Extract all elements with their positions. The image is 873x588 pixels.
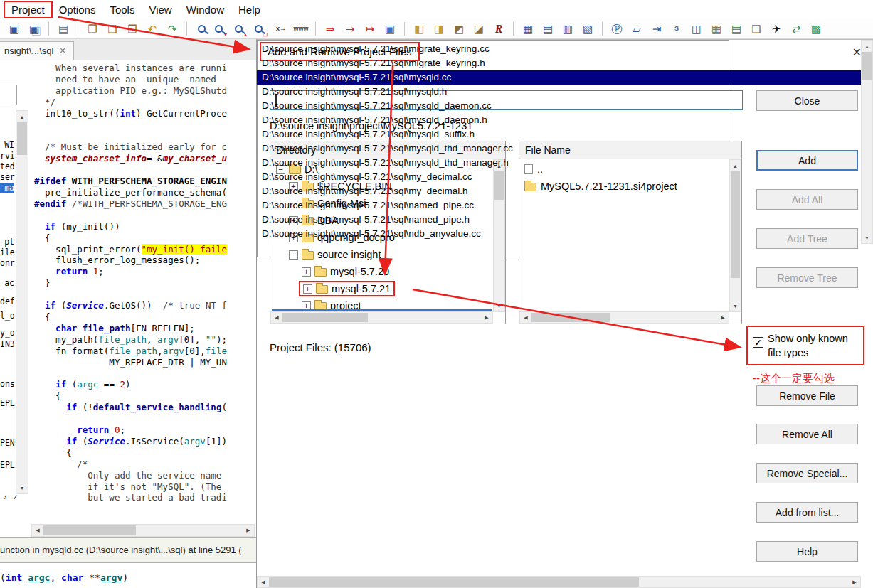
browse-files-icon[interactable]: ◧ bbox=[411, 21, 428, 37]
add-remove-project-files-dialog: Add and Remove Project Files ✕ File Name… bbox=[256, 39, 873, 588]
scroll-up-button[interactable]: ▲ bbox=[16, 111, 28, 122]
project-file-row[interactable]: D:\source insight\mysql-5.7.21\sql\mysql… bbox=[257, 156, 729, 170]
select-region-icon[interactable]: ▱ bbox=[628, 21, 645, 37]
scroll-thumb[interactable] bbox=[17, 122, 27, 155]
symbol-fragment: ons bbox=[0, 379, 14, 389]
project-file-row[interactable]: D:\source insight\mysql-5.7.21\sql\mysql… bbox=[257, 113, 729, 127]
macro-bird-icon[interactable]: ✈ bbox=[768, 21, 785, 37]
project-file-row[interactable]: D:\source insight\mysql-5.7.21\sql\mysql… bbox=[257, 70, 729, 85]
goto-line-icon[interactable]: ↦ bbox=[361, 21, 379, 37]
search-forward-icon[interactable]: ▼ bbox=[213, 21, 230, 37]
symbol-window-icon[interactable]: ◩ bbox=[450, 21, 467, 37]
jump-to-definition-icon[interactable]: ⇛ bbox=[342, 21, 359, 37]
copy-icon[interactable]: ❐ bbox=[84, 21, 101, 37]
scroll-down-button[interactable]: ▼ bbox=[16, 482, 28, 493]
symbol-fragment: ac bbox=[0, 278, 14, 288]
remove-all-button[interactable]: Remove All bbox=[756, 424, 858, 444]
project-file-row[interactable]: D:\source insight\mysql-5.7.21\sql\mysql… bbox=[257, 141, 729, 156]
scroll-track[interactable] bbox=[43, 525, 243, 536]
project-file-row[interactable]: D:\source insight\mysql-5.7.21\sql\ndb_a… bbox=[257, 227, 729, 241]
toolbar-separator bbox=[513, 22, 514, 36]
scroll-thumb[interactable] bbox=[43, 525, 136, 535]
code-editor[interactable]: When several instances are runni need to… bbox=[28, 60, 256, 524]
toolbar: ▣▣▤❐❑❒↶↷▼▲❏x→www⇒⇛↦▣◧◨◩◪R▦▤▥▧Ⓟ▱⇥S◫▦▤❑✈⇄▩ bbox=[0, 19, 873, 39]
symbol-fragment: EPL bbox=[0, 398, 14, 408]
project-file-row[interactable]: D:\source insight\mysql-5.7.21\sql\mysql… bbox=[257, 85, 729, 99]
save-icon[interactable]: ▣ bbox=[6, 21, 23, 37]
symbol-fragment: WI bbox=[0, 140, 14, 150]
symbol-pane-box bbox=[0, 85, 17, 105]
relation-window-icon[interactable]: R bbox=[490, 21, 507, 37]
undo-icon[interactable]: ↶ bbox=[144, 21, 161, 37]
tab-mysqld-sql[interactable]: nsight\...\sql ✕ bbox=[0, 41, 74, 60]
print-icon[interactable]: ▤ bbox=[55, 21, 72, 37]
symbol-fragment: ile bbox=[0, 247, 14, 257]
project-file-row[interactable]: D:\source insight\mysql-5.7.21\sql\my_de… bbox=[257, 184, 729, 198]
replace-icon[interactable]: x→ bbox=[273, 21, 290, 37]
project-file-row[interactable]: D:\source insight\mysql-5.7.21\sql\named… bbox=[257, 198, 729, 213]
symbol-fragment: PEN bbox=[0, 438, 14, 448]
search-backward-icon[interactable]: ▲ bbox=[233, 21, 250, 37]
toolbar-separator bbox=[186, 22, 187, 36]
calendar-icon[interactable]: ▦ bbox=[708, 21, 725, 37]
setup-grid-icon[interactable]: ▩ bbox=[808, 21, 825, 37]
project-file-row[interactable]: D:\source insight\mysql-5.7.21\sql\migra… bbox=[257, 42, 729, 56]
menu-item-view[interactable]: View bbox=[142, 1, 179, 18]
highlight-word-icon[interactable]: ⇒ bbox=[322, 21, 339, 37]
magnifier-shape bbox=[198, 25, 206, 33]
symbol-fragment: rvi bbox=[0, 151, 14, 161]
editor-hscrollbar[interactable]: ◀▶ bbox=[31, 524, 255, 537]
scroll-track[interactable] bbox=[16, 122, 28, 482]
split-window-icon[interactable]: ◫ bbox=[688, 21, 705, 37]
symbol-fragment: ser bbox=[0, 172, 14, 182]
symbol-list-icon[interactable]: ▤ bbox=[539, 21, 556, 37]
menu-item-help[interactable]: Help bbox=[231, 1, 268, 18]
project-file-row[interactable]: D:\source insight\mysql-5.7.21\sql\migra… bbox=[257, 56, 729, 70]
tab-bar: nsight\...\sql ✕ bbox=[0, 39, 257, 60]
project-file-row[interactable]: D:\source insight\mysql-5.7.21\sql\mysql… bbox=[257, 99, 729, 113]
redo-icon[interactable]: ↷ bbox=[164, 21, 181, 37]
menu-item-options[interactable]: Options bbox=[52, 1, 103, 18]
source-view-icon[interactable]: S bbox=[668, 21, 685, 37]
browse-symbols-icon[interactable]: ◨ bbox=[430, 21, 448, 37]
menu-item-tools[interactable]: Tools bbox=[102, 1, 142, 18]
context-window-icon[interactable]: ◪ bbox=[470, 21, 487, 37]
reference-list-icon[interactable]: ▥ bbox=[559, 21, 576, 37]
symbol-pane-scrollbar[interactable]: ▲▼ bbox=[16, 110, 28, 494]
symbol-fragment: def bbox=[0, 296, 14, 306]
menu-item-window[interactable]: Window bbox=[179, 1, 231, 18]
remove-special-button[interactable]: Remove Special... bbox=[756, 463, 858, 483]
clipboard-history-icon[interactable]: ❒ bbox=[124, 21, 141, 37]
symbol-fragment: IN3 bbox=[0, 339, 14, 349]
search-in-files-icon[interactable]: ❏ bbox=[253, 21, 270, 37]
project-file-row[interactable]: D:\source insight\mysql-5.7.21\sql\my_de… bbox=[257, 170, 729, 184]
sync-icon[interactable]: ⇄ bbox=[788, 21, 805, 37]
symbol-fragment: EPL bbox=[0, 460, 14, 470]
link-icon[interactable]: ⇥ bbox=[648, 21, 665, 37]
search-icon[interactable] bbox=[193, 21, 210, 37]
scroll-right-button[interactable]: ▶ bbox=[243, 525, 254, 536]
project-file-row[interactable]: D:\source insight\mysql-5.7.21\sql\mysql… bbox=[257, 127, 729, 141]
options-grid-icon[interactable]: ▤ bbox=[728, 21, 745, 37]
tab-close-icon[interactable]: ✕ bbox=[59, 46, 65, 55]
help-button[interactable]: Help bbox=[756, 541, 858, 562]
window-list-icon[interactable]: ▧ bbox=[579, 21, 596, 37]
symbol-fragment: y_o bbox=[0, 328, 14, 338]
menu-item-project[interactable]: Project bbox=[4, 1, 52, 18]
lookup-references-icon[interactable]: www bbox=[292, 21, 309, 37]
symbol-fragment: l_o bbox=[0, 311, 14, 321]
clip-properties-icon[interactable]: ❑ bbox=[748, 21, 765, 37]
paste-icon[interactable]: ❑ bbox=[104, 21, 121, 37]
add-from-list-button[interactable]: Add from list... bbox=[756, 502, 858, 523]
save-all-icon[interactable]: ▣ bbox=[26, 21, 43, 37]
project-file-row[interactable]: D:\source insight\mysql-5.7.21\sql\named… bbox=[257, 213, 729, 227]
scroll-left-button[interactable]: ◀ bbox=[32, 525, 43, 536]
project-files-list: D:\source insight\mysql-5.7.21\sql\migra… bbox=[257, 42, 729, 257]
app-window: ProjectOptionsToolsViewWindowHelp ▣▣▤❐❑❒… bbox=[0, 0, 873, 588]
remove-file-button[interactable]: Remove File bbox=[756, 385, 858, 406]
menu-bar: ProjectOptionsToolsViewWindowHelp bbox=[0, 0, 873, 19]
magnifier-shape bbox=[235, 25, 243, 33]
new-window-icon[interactable]: ▣ bbox=[381, 21, 398, 37]
project-properties-icon[interactable]: Ⓟ bbox=[608, 21, 625, 37]
file-list-icon[interactable]: ▦ bbox=[519, 21, 536, 37]
